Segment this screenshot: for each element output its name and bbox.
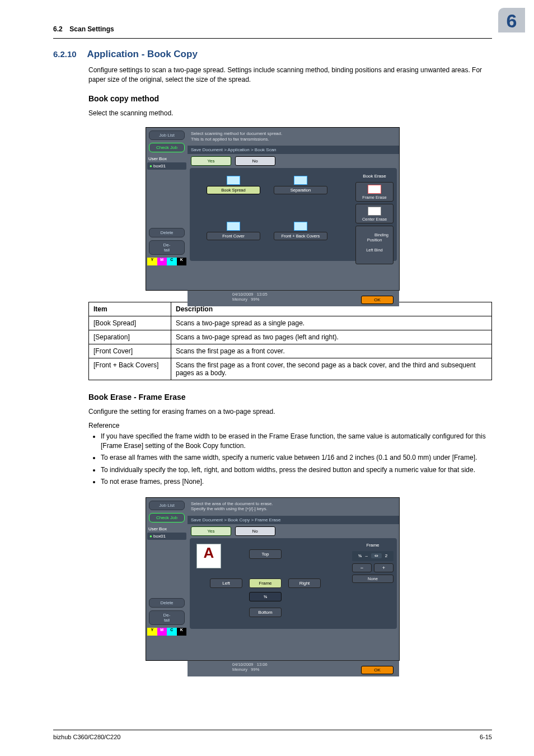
front-cover-icon — [227, 222, 240, 231]
range-display: ⅜ – ⇔ 2 — [352, 551, 394, 561]
delete-button[interactable]: Delete — [149, 228, 185, 237]
toner-levels: YMCK — [147, 628, 186, 636]
right-side-panel: Book Erase Frame Erase Center Erase Bind… — [354, 168, 395, 267]
panel-footer: 04/10/2009 13:06 Memory 99% OK — [188, 660, 399, 676]
user-box-item[interactable]: ● box01 — [147, 162, 186, 170]
th-item: Item — [89, 302, 171, 316]
check-job-button[interactable]: Check Job — [149, 143, 185, 152]
sub-heading-method: Book copy method — [88, 94, 492, 103]
heading-title: Application - Book Copy — [87, 49, 197, 59]
screenshot-book-scan: Job List Check Job User Box ● box01 Dele… — [146, 127, 400, 291]
table-row: [Book Spread]Scans a two-page spread as … — [89, 316, 492, 330]
no-button[interactable]: No — [235, 156, 275, 166]
none-button[interactable]: None — [352, 575, 394, 583]
yes-no-row: Yes No — [188, 524, 399, 538]
minus-button[interactable]: − — [352, 563, 372, 572]
header-divider — [53, 38, 492, 39]
breadcrumb: Save Document > Book Copy > Frame Erase — [188, 516, 399, 524]
book-spread-icon — [227, 176, 240, 185]
opt-front-back-covers[interactable]: Front + Back Covers — [274, 217, 327, 254]
method-text: Select the scanning method. — [88, 109, 492, 118]
chapter-badge: 6 — [498, 8, 525, 32]
opt-separation[interactable]: Separation — [274, 171, 327, 208]
panel-footer: 04/10/2009 13:05 Memory 99% OK — [188, 290, 399, 306]
opt-front-cover[interactable]: Front Cover — [207, 217, 260, 254]
reference-list: If you have specified the frame width to… — [101, 432, 492, 487]
reference-label: Reference — [88, 422, 492, 430]
center-erase-icon — [368, 207, 381, 216]
footer-left: bizhub C360/C280/C220 — [53, 734, 120, 740]
item-description-table: Item Description [Book Spread]Scans a tw… — [88, 302, 492, 380]
binding-position-button[interactable]: Binding Position Left Bind — [355, 226, 394, 264]
page-header-left: 6.2 Scan Settings — [53, 25, 114, 33]
table-row: [Front Cover]Scans the first page as a f… — [89, 344, 492, 358]
list-item: To erase all frames with the same width,… — [101, 453, 492, 463]
intro-text: Configure settings to scan a two-page sp… — [88, 66, 492, 85]
hint-text: Select the area of the document to erase… — [188, 498, 399, 516]
plus-button[interactable]: + — [374, 563, 394, 572]
frame-value: ⅜ — [249, 592, 282, 601]
list-item: If you have specified the frame width to… — [101, 432, 492, 451]
chapter-number: 6 — [498, 8, 525, 34]
ok-button[interactable]: OK — [361, 296, 394, 304]
breadcrumb: Save Document > Application > Book Scan — [188, 146, 399, 154]
left-button[interactable]: Left — [210, 578, 242, 588]
user-box-label: User Box — [146, 525, 188, 533]
detail-button[interactable]: De- tail — [149, 610, 185, 625]
preview-a: A — [196, 544, 221, 568]
separation-icon — [294, 176, 307, 185]
sub-heading-erase: Book Erase - Frame Erase — [88, 393, 492, 402]
footer-right: 6-15 — [480, 734, 492, 740]
frame-erase-button[interactable]: Frame Erase — [355, 182, 394, 202]
ok-button[interactable]: OK — [361, 666, 394, 674]
user-box-label: User Box — [146, 155, 188, 162]
yes-button[interactable]: Yes — [191, 156, 231, 166]
list-item: To not erase frames, press [None]. — [101, 477, 492, 487]
job-list-button[interactable]: Job List — [149, 501, 185, 510]
center-erase-button[interactable]: Center Erase — [355, 204, 394, 223]
section-title: Scan Settings — [69, 25, 114, 33]
toner-levels: YMCK — [147, 258, 186, 265]
table-row: [Front + Back Covers]Scans the first pag… — [89, 358, 492, 380]
directions-area: A Top Left Frame Right ⅜ Bottom Frame ⅜ … — [190, 538, 397, 629]
table-row: [Separation]Scans a two-page spread as t… — [89, 330, 492, 344]
book-erase-header: Book Erase — [354, 172, 395, 180]
opt-book-spread[interactable]: Book Spread — [207, 171, 260, 208]
check-job-button[interactable]: Check Job — [149, 513, 185, 522]
frame-button[interactable]: Frame — [249, 578, 282, 588]
frame-header: Frame — [351, 542, 395, 549]
top-button[interactable]: Top — [249, 549, 282, 559]
delete-button[interactable]: Delete — [149, 598, 185, 608]
no-button[interactable]: No — [235, 526, 275, 536]
section-number: 6.2 — [53, 25, 68, 33]
screenshot-frame-erase: Job List Check Job User Box ● box01 Dele… — [146, 497, 400, 661]
right-side-panel: Frame ⅜ – ⇔ 2 − + None — [351, 540, 395, 585]
erase-text: Configure the setting for erasing frames… — [88, 407, 492, 417]
swap-icon[interactable]: ⇔ — [371, 553, 382, 558]
frame-erase-icon — [368, 185, 381, 194]
options-area: Book Spread Separation Front Cover Front… — [190, 168, 397, 261]
detail-button[interactable]: De- tail — [149, 240, 185, 255]
heading-row: 6.2.10 Application - Book Copy — [53, 49, 492, 60]
hint-text: Select scanning method for document spre… — [188, 128, 399, 146]
front-back-covers-icon — [294, 222, 307, 231]
job-list-button[interactable]: Job List — [149, 130, 185, 140]
right-button[interactable]: Right — [288, 578, 321, 588]
bottom-button[interactable]: Bottom — [249, 608, 282, 617]
list-item: To individually specify the top, left, r… — [101, 465, 492, 475]
heading-number: 6.2.10 — [53, 49, 85, 59]
yes-no-row: Yes No — [188, 154, 399, 168]
page-footer: bizhub C360/C280/C220 6-15 — [53, 730, 492, 740]
user-box-item[interactable]: ● box01 — [147, 533, 186, 540]
yes-button[interactable]: Yes — [191, 526, 231, 536]
